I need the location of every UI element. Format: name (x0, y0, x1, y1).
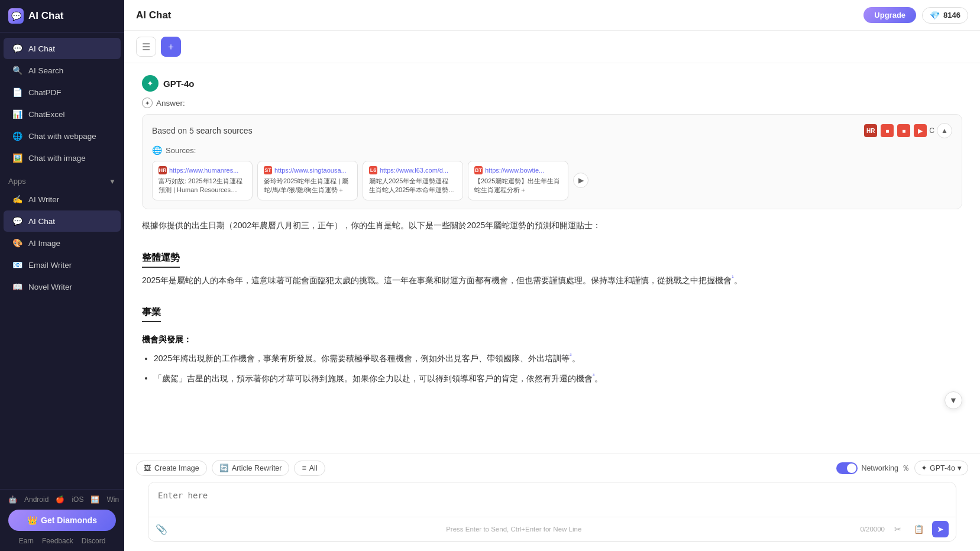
diamond-icon: 💎 (930, 11, 940, 20)
scroll-to-bottom-button[interactable]: ▼ (945, 391, 962, 409)
sidebar-label-novel-writer: Novel Writer (28, 283, 72, 291)
answer-icon: ✦ (142, 98, 153, 108)
ios-link[interactable]: iOS (72, 495, 83, 504)
sparkle-icon: ✦ (921, 464, 927, 472)
sidebar-label-ai-chat-app: AI Chat (28, 217, 55, 226)
apps-section: Apps ▼ (0, 172, 124, 188)
source-card-4[interactable]: BT https://www.bowtie... 【2025屬蛇運勢】出生年生肖… (468, 161, 568, 200)
send-button[interactable]: ➤ (932, 521, 949, 537)
model-selector[interactable]: ✦ GPT-4o ▾ (914, 461, 968, 475)
new-chat-button[interactable]: ＋ (161, 37, 181, 57)
sidebar-label-ai-image: AI Image (28, 239, 60, 248)
chevron-down-icon: ▾ (958, 464, 962, 472)
platform-links: 🤖 Android 🍎 iOS 🪟 Win (8, 495, 116, 504)
sidebar-item-email-writer[interactable]: 📧 Email Writer (4, 254, 121, 276)
content-text: 根據你提供的出生日期（2002年農曆八月初三，正午），你的生肖是蛇。以下是一些關… (142, 219, 962, 385)
feedback-link[interactable]: Feedback (42, 537, 73, 545)
sidebar-item-chat-pdf[interactable]: 📄 ChatPDF (4, 82, 121, 103)
novel-writer-icon: 📖 (12, 281, 22, 292)
menu-icon: ☰ (142, 41, 150, 53)
source-card-3[interactable]: L6 https://www.l63.com/d... 屬蛇人2025年全年運勢… (363, 161, 463, 200)
sidebar-item-ai-image[interactable]: 🎨 AI Image (4, 232, 121, 254)
source-card-1[interactable]: HR https://www.humanres... 富巧如故: 2025年12… (152, 161, 253, 200)
source-scroll-right-button[interactable]: ▶ (573, 173, 588, 188)
sources-collapse-button[interactable]: ▲ (937, 123, 952, 138)
source-url-3: L6 https://www.l63.com/d... (369, 166, 457, 174)
sidebar-item-chat-image[interactable]: 🖼️ Chat with image (4, 147, 121, 168)
source-url-4: BT https://www.bowtie... (474, 166, 562, 174)
source-cards-container: HR https://www.humanres... 富巧如故: 2025年12… (152, 161, 952, 200)
source-avatar-3: ■ (897, 124, 910, 137)
sidebar-item-ai-chat-app[interactable]: 💬 AI Chat (4, 210, 121, 232)
attach-icon[interactable]: 📎 (156, 524, 167, 535)
source-icon-3: L6 (369, 166, 377, 174)
apple-icon: 🍎 (56, 495, 64, 504)
discord-link[interactable]: Discord (82, 537, 106, 545)
source-count-extra: C (929, 127, 934, 135)
source-cards: HR https://www.humanres... 富巧如故: 2025年12… (152, 161, 568, 200)
input-footer: 📎 Press Enter to Send, Ctrl+Enter for Ne… (148, 517, 956, 541)
sources-label: 🌐 Sources: (152, 145, 952, 155)
diamonds-badge: 💎 8146 (922, 7, 968, 24)
sidebar-item-novel-writer[interactable]: 📖 Novel Writer (4, 276, 121, 297)
message-header: ✦ GPT-4o (142, 75, 962, 92)
input-hint: Press Enter to Send, Ctrl+Enter for New … (446, 526, 581, 533)
get-diamonds-label: Get Diamonds (41, 516, 97, 525)
source-url-1: HR https://www.humanres... (159, 166, 246, 174)
plus-icon: ＋ (166, 41, 176, 53)
source-text-3: 屬蛇人2025年全年運勢運程 生肖蛇人2025年本命年運勢及每 (369, 177, 457, 195)
upgrade-button[interactable]: Upgrade (863, 7, 916, 23)
chat-input[interactable] (148, 482, 956, 514)
source-card-2[interactable]: ST https://www.singtaousa... 麥玲玲2025蛇年生肖… (257, 161, 358, 200)
image-icon: 🖼 (144, 464, 151, 472)
source-text-4: 【2025屬蛇運勢】出生年生肖蛇生肖運程分析＋ (474, 177, 562, 195)
earn-link[interactable]: Earn (19, 537, 34, 545)
networking-switch[interactable] (836, 462, 858, 474)
chat-excel-icon: 📊 (12, 109, 22, 119)
model-selector-label: GPT-4o (930, 464, 955, 472)
rewriter-icon: 🔄 (219, 464, 229, 472)
stack-icon: ≡ (302, 464, 306, 472)
percentage-icon: ％ (902, 463, 910, 474)
sidebar-item-ai-writer[interactable]: ✍️ AI Writer (4, 189, 121, 210)
bullet-item-2: 「歲駕」吉星的出現，預示著你的才華可以得到施展。如果你全力以赴，可以得到領導和客… (154, 371, 962, 385)
win-link[interactable]: Win (106, 495, 119, 504)
sidebar-item-ai-search[interactable]: 🔍 AI Search (4, 60, 121, 81)
main: AI Chat Upgrade 💎 8146 ☰ ＋ ✦ GPT-4o (124, 0, 980, 551)
sidebar-item-ai-chat[interactable]: 💬 AI Chat (4, 38, 121, 59)
sidebar-label-ai-search: AI Search (28, 66, 63, 75)
app-icon: 💬 (8, 8, 24, 24)
bullet-list: 2025年將出現新的工作機會，事業有所發展。你需要積極爭取各種機會，例如外出見客… (142, 351, 962, 385)
ai-chat-app-icon: 💬 (12, 216, 22, 226)
sidebar-header: 💬 AI Chat (0, 0, 124, 33)
sidebar-label-email-writer: Email Writer (28, 261, 72, 270)
scissors-button[interactable]: ✂ (890, 521, 906, 537)
topbar: AI Chat Upgrade 💎 8146 (124, 0, 980, 31)
article-rewriter-button[interactable]: 🔄 Article Rewriter (212, 460, 290, 476)
all-button[interactable]: ≡ All (294, 461, 325, 476)
page-title: AI Chat (136, 9, 172, 21)
gpt-icon: ✦ (142, 75, 159, 92)
android-link[interactable]: Android (24, 495, 48, 504)
source-url-2: ST https://www.singtaousa... (264, 166, 351, 174)
sidebar: 💬 AI Chat 💬 AI Chat 🔍 AI Search 📄 ChatPD… (0, 0, 124, 551)
copy-button[interactable]: 📋 (911, 521, 927, 537)
app-name: AI Chat (28, 10, 64, 22)
chat-webpage-icon: 🌐 (12, 131, 22, 141)
networking-toggle: Networking ％ (836, 462, 910, 474)
menu-button[interactable]: ☰ (136, 37, 156, 57)
sources-box: Based on 5 search sources HR ■ ■ ▶ C ▲ 🌐… (142, 114, 962, 209)
action-buttons: 🖼 Create Image 🔄 Article Rewriter ≡ All … (136, 460, 968, 476)
ai-image-icon: 🎨 (12, 238, 22, 248)
source-avatar-4: ▶ (914, 124, 927, 137)
sources-header: Based on 5 search sources HR ■ ■ ▶ C ▲ (152, 123, 952, 138)
intro-paragraph: 根據你提供的出生日期（2002年農曆八月初三，正午），你的生肖是蛇。以下是一些關… (142, 219, 962, 233)
create-image-button[interactable]: 🖼 Create Image (136, 461, 207, 476)
input-area: 📎 Press Enter to Send, Ctrl+Enter for Ne… (148, 482, 956, 542)
get-diamonds-button[interactable]: 👑 Get Diamonds (8, 510, 116, 531)
sidebar-label-chat-webpage: Chat with webpage (28, 132, 96, 141)
sidebar-item-chat-excel[interactable]: 📊 ChatExcel (4, 103, 121, 125)
sidebar-label-ai-chat: AI Chat (28, 44, 55, 53)
ai-search-icon: 🔍 (12, 65, 22, 76)
sidebar-item-chat-webpage[interactable]: 🌐 Chat with webpage (4, 125, 121, 147)
